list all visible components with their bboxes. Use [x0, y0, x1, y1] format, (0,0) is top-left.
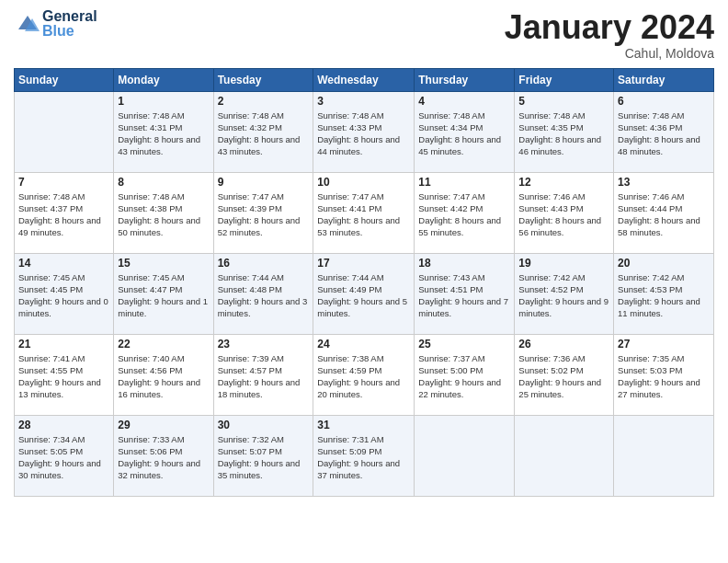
- logo-icon: [14, 11, 40, 37]
- day-number: 18: [418, 257, 510, 270]
- day-cell: 18Sunrise: 7:43 AMSunset: 4:51 PMDayligh…: [415, 253, 515, 334]
- day-info: Sunrise: 7:48 AMSunset: 4:35 PMDaylight:…: [518, 109, 609, 158]
- weekday-header-friday: Friday: [515, 68, 614, 91]
- day-number: 19: [518, 257, 609, 270]
- day-info: Sunrise: 7:35 AMSunset: 5:03 PMDaylight:…: [618, 352, 710, 401]
- day-number: 9: [218, 176, 310, 189]
- day-info: Sunrise: 7:44 AMSunset: 4:48 PMDaylight:…: [218, 271, 310, 320]
- day-cell: 9Sunrise: 7:47 AMSunset: 4:39 PMDaylight…: [213, 172, 313, 253]
- day-info: Sunrise: 7:46 AMSunset: 4:44 PMDaylight:…: [618, 190, 710, 239]
- day-number: 2: [218, 95, 310, 108]
- day-info: Sunrise: 7:47 AMSunset: 4:39 PMDaylight:…: [218, 190, 310, 239]
- day-cell: 6Sunrise: 7:48 AMSunset: 4:36 PMDaylight…: [614, 91, 714, 172]
- weekday-header-wednesday: Wednesday: [313, 68, 415, 91]
- day-number: 5: [518, 95, 609, 108]
- day-cell: 30Sunrise: 7:32 AMSunset: 5:07 PMDayligh…: [213, 415, 313, 496]
- day-info: Sunrise: 7:37 AMSunset: 5:00 PMDaylight:…: [418, 352, 510, 401]
- day-info: Sunrise: 7:40 AMSunset: 4:56 PMDaylight:…: [118, 352, 209, 401]
- day-number: 30: [218, 419, 310, 431]
- day-cell: 24Sunrise: 7:38 AMSunset: 4:59 PMDayligh…: [313, 334, 415, 415]
- day-info: Sunrise: 7:45 AMSunset: 4:47 PMDaylight:…: [118, 271, 209, 320]
- day-cell: 23Sunrise: 7:39 AMSunset: 4:57 PMDayligh…: [213, 334, 313, 415]
- logo: General Blue: [14, 9, 97, 39]
- day-cell: 10Sunrise: 7:47 AMSunset: 4:41 PMDayligh…: [313, 172, 415, 253]
- day-cell: 4Sunrise: 7:48 AMSunset: 4:34 PMDaylight…: [415, 91, 515, 172]
- day-info: Sunrise: 7:48 AMSunset: 4:34 PMDaylight:…: [418, 109, 510, 158]
- day-number: 12: [518, 176, 609, 189]
- day-number: 11: [418, 176, 510, 189]
- day-info: Sunrise: 7:48 AMSunset: 4:37 PMDaylight:…: [18, 190, 109, 239]
- week-row-2: 7Sunrise: 7:48 AMSunset: 4:37 PMDaylight…: [15, 172, 714, 253]
- day-cell: 5Sunrise: 7:48 AMSunset: 4:35 PMDaylight…: [515, 91, 614, 172]
- day-cell: 13Sunrise: 7:46 AMSunset: 4:44 PMDayligh…: [614, 172, 714, 253]
- day-number: 27: [618, 338, 710, 350]
- day-cell: 8Sunrise: 7:48 AMSunset: 4:38 PMDaylight…: [114, 172, 213, 253]
- day-cell: 22Sunrise: 7:40 AMSunset: 4:56 PMDayligh…: [114, 334, 213, 415]
- day-info: Sunrise: 7:39 AMSunset: 4:57 PMDaylight:…: [218, 352, 310, 401]
- day-info: Sunrise: 7:36 AMSunset: 5:02 PMDaylight:…: [518, 352, 609, 401]
- day-number: 26: [518, 338, 609, 350]
- day-info: Sunrise: 7:31 AMSunset: 5:09 PMDaylight:…: [317, 433, 410, 482]
- location: Cahul, Moldova: [505, 46, 714, 61]
- title-block: January 2024 Cahul, Moldova: [505, 9, 714, 61]
- day-cell: 20Sunrise: 7:42 AMSunset: 4:53 PMDayligh…: [614, 253, 714, 334]
- day-cell: 19Sunrise: 7:42 AMSunset: 4:52 PMDayligh…: [515, 253, 614, 334]
- day-cell: 2Sunrise: 7:48 AMSunset: 4:32 PMDaylight…: [213, 91, 313, 172]
- day-cell: 15Sunrise: 7:45 AMSunset: 4:47 PMDayligh…: [114, 253, 213, 334]
- week-row-1: 1Sunrise: 7:48 AMSunset: 4:31 PMDaylight…: [15, 91, 714, 172]
- day-cell: 27Sunrise: 7:35 AMSunset: 5:03 PMDayligh…: [614, 334, 714, 415]
- day-cell: 7Sunrise: 7:48 AMSunset: 4:37 PMDaylight…: [15, 172, 114, 253]
- day-number: 21: [18, 338, 109, 350]
- day-cell: 1Sunrise: 7:48 AMSunset: 4:31 PMDaylight…: [114, 91, 213, 172]
- day-info: Sunrise: 7:33 AMSunset: 5:06 PMDaylight:…: [118, 433, 209, 482]
- weekday-header-tuesday: Tuesday: [213, 68, 313, 91]
- logo-name: General Blue: [42, 9, 97, 39]
- day-cell: 21Sunrise: 7:41 AMSunset: 4:55 PMDayligh…: [15, 334, 114, 415]
- day-info: Sunrise: 7:48 AMSunset: 4:33 PMDaylight:…: [317, 109, 410, 158]
- day-info: Sunrise: 7:43 AMSunset: 4:51 PMDaylight:…: [418, 271, 510, 320]
- day-info: Sunrise: 7:48 AMSunset: 4:32 PMDaylight:…: [218, 109, 310, 158]
- day-cell: 17Sunrise: 7:44 AMSunset: 4:49 PMDayligh…: [313, 253, 415, 334]
- day-cell: 11Sunrise: 7:47 AMSunset: 4:42 PMDayligh…: [415, 172, 515, 253]
- day-info: Sunrise: 7:38 AMSunset: 4:59 PMDaylight:…: [317, 352, 410, 401]
- day-cell: 3Sunrise: 7:48 AMSunset: 4:33 PMDaylight…: [313, 91, 415, 172]
- day-info: Sunrise: 7:41 AMSunset: 4:55 PMDaylight:…: [18, 352, 109, 401]
- day-cell: 25Sunrise: 7:37 AMSunset: 5:00 PMDayligh…: [415, 334, 515, 415]
- day-info: Sunrise: 7:47 AMSunset: 4:41 PMDaylight:…: [317, 190, 410, 239]
- week-row-5: 28Sunrise: 7:34 AMSunset: 5:05 PMDayligh…: [15, 415, 714, 496]
- day-info: Sunrise: 7:42 AMSunset: 4:52 PMDaylight:…: [518, 271, 609, 320]
- day-number: 10: [317, 176, 410, 189]
- day-info: Sunrise: 7:32 AMSunset: 5:07 PMDaylight:…: [218, 433, 310, 482]
- day-cell: [15, 91, 114, 172]
- page: General Blue January 2024 Cahul, Moldova…: [0, 0, 728, 563]
- weekday-header-monday: Monday: [114, 68, 213, 91]
- day-number: 1: [118, 95, 209, 108]
- day-number: 31: [317, 419, 410, 431]
- day-number: 17: [317, 257, 410, 270]
- day-info: Sunrise: 7:44 AMSunset: 4:49 PMDaylight:…: [317, 271, 410, 320]
- day-number: 16: [218, 257, 310, 270]
- day-number: 23: [218, 338, 310, 350]
- day-info: Sunrise: 7:46 AMSunset: 4:43 PMDaylight:…: [518, 190, 609, 239]
- month-title: January 2024: [505, 9, 714, 46]
- day-number: 20: [618, 257, 710, 270]
- header: General Blue January 2024 Cahul, Moldova: [14, 9, 714, 61]
- day-number: 14: [18, 257, 109, 270]
- day-cell: [515, 415, 614, 496]
- calendar: SundayMondayTuesdayWednesdayThursdayFrid…: [14, 68, 714, 497]
- day-cell: 29Sunrise: 7:33 AMSunset: 5:06 PMDayligh…: [114, 415, 213, 496]
- day-cell: 26Sunrise: 7:36 AMSunset: 5:02 PMDayligh…: [515, 334, 614, 415]
- day-number: 8: [118, 176, 209, 189]
- day-number: 29: [118, 419, 209, 431]
- day-info: Sunrise: 7:47 AMSunset: 4:42 PMDaylight:…: [418, 190, 510, 239]
- day-cell: 31Sunrise: 7:31 AMSunset: 5:09 PMDayligh…: [313, 415, 415, 496]
- day-info: Sunrise: 7:42 AMSunset: 4:53 PMDaylight:…: [618, 271, 710, 320]
- day-info: Sunrise: 7:48 AMSunset: 4:38 PMDaylight:…: [118, 190, 209, 239]
- day-cell: [614, 415, 714, 496]
- day-number: 25: [418, 338, 510, 350]
- day-cell: 16Sunrise: 7:44 AMSunset: 4:48 PMDayligh…: [213, 253, 313, 334]
- weekday-header-saturday: Saturday: [614, 68, 714, 91]
- day-number: 22: [118, 338, 209, 350]
- day-number: 4: [418, 95, 510, 108]
- week-row-4: 21Sunrise: 7:41 AMSunset: 4:55 PMDayligh…: [15, 334, 714, 415]
